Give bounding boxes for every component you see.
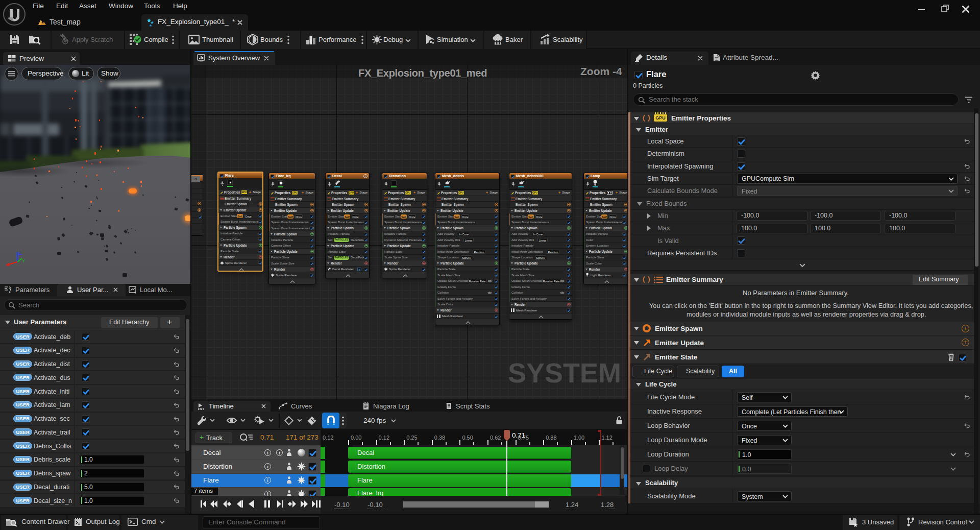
svg-text:Y: Y: [22, 258, 25, 263]
svg-text:Z: Z: [18, 251, 21, 256]
